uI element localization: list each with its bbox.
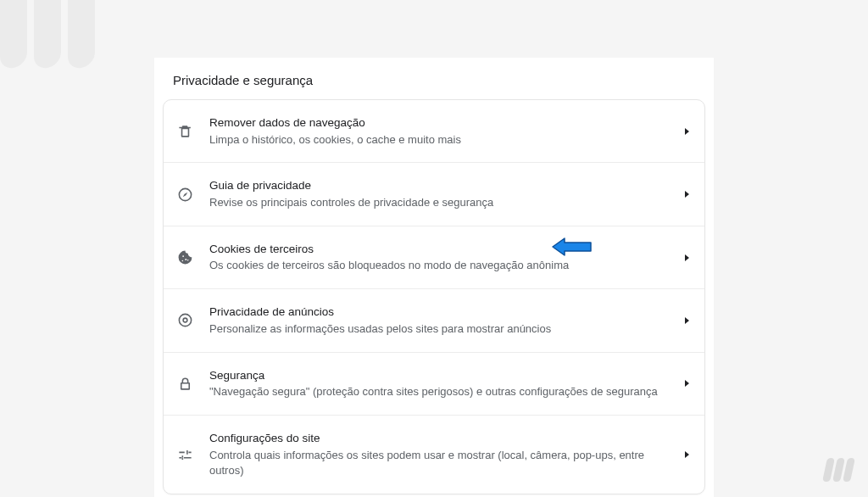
lock-icon	[175, 374, 194, 393]
ad-privacy-icon	[175, 311, 194, 330]
chevron-right-icon	[685, 380, 689, 387]
row-subtitle: Revise os principais controles de privac…	[209, 195, 676, 211]
row-subtitle: Os cookies de terceiros são bloqueados n…	[209, 258, 676, 274]
row-security[interactable]: Segurança "Navegação segura" (proteção c…	[164, 353, 704, 416]
compass-icon	[175, 185, 194, 204]
row-title: Configurações do site	[209, 430, 676, 447]
section-title: Privacidade e segurança	[154, 73, 714, 99]
row-title: Cookies de terceiros	[209, 241, 676, 258]
chevron-right-icon	[685, 128, 689, 135]
row-subtitle: Limpa o histórico, os cookies, o cache e…	[209, 132, 676, 148]
trash-icon	[175, 122, 194, 141]
row-title: Remover dados de navegação	[209, 114, 676, 131]
row-title: Guia de privacidade	[209, 177, 676, 194]
chevron-right-icon	[685, 254, 689, 261]
row-subtitle: Personalize as informações usadas pelos …	[209, 321, 676, 338]
decorative-bars	[0, 0, 95, 68]
chevron-right-icon	[685, 191, 689, 198]
row-text: Privacidade de anúncios Personalize as i…	[209, 304, 676, 337]
cookie-icon	[175, 248, 194, 267]
row-site-settings[interactable]: Configurações do site Controla quais inf…	[164, 416, 704, 494]
row-third-party-cookies[interactable]: Cookies de terceiros Os cookies de terce…	[164, 226, 704, 289]
chevron-right-icon	[685, 451, 689, 458]
settings-card: Remover dados de navegação Limpa o histó…	[163, 99, 705, 494]
row-ad-privacy[interactable]: Privacidade de anúncios Personalize as i…	[164, 289, 704, 352]
row-subtitle: Controla quais informações os sites pode…	[209, 448, 676, 480]
row-title: Segurança	[209, 367, 676, 384]
row-text: Guia de privacidade Revise os principais…	[209, 177, 676, 210]
row-text: Configurações do site Controla quais inf…	[209, 430, 676, 479]
row-clear-browsing-data[interactable]: Remover dados de navegação Limpa o histó…	[164, 100, 704, 163]
row-privacy-guide[interactable]: Guia de privacidade Revise os principais…	[164, 163, 704, 226]
annotation-arrow-left	[551, 237, 593, 257]
row-title: Privacidade de anúncios	[209, 304, 676, 321]
privacy-security-panel: Privacidade e segurança Remover dados de…	[154, 58, 714, 497]
tune-icon	[175, 445, 194, 464]
row-text: Segurança "Navegação segura" (proteção c…	[209, 367, 676, 400]
chevron-right-icon	[685, 317, 689, 324]
watermark-logo	[825, 458, 853, 482]
row-subtitle: "Navegação segura" (proteção contra site…	[209, 384, 676, 400]
row-text: Cookies de terceiros Os cookies de terce…	[209, 241, 676, 274]
row-text: Remover dados de navegação Limpa o histó…	[209, 114, 676, 148]
